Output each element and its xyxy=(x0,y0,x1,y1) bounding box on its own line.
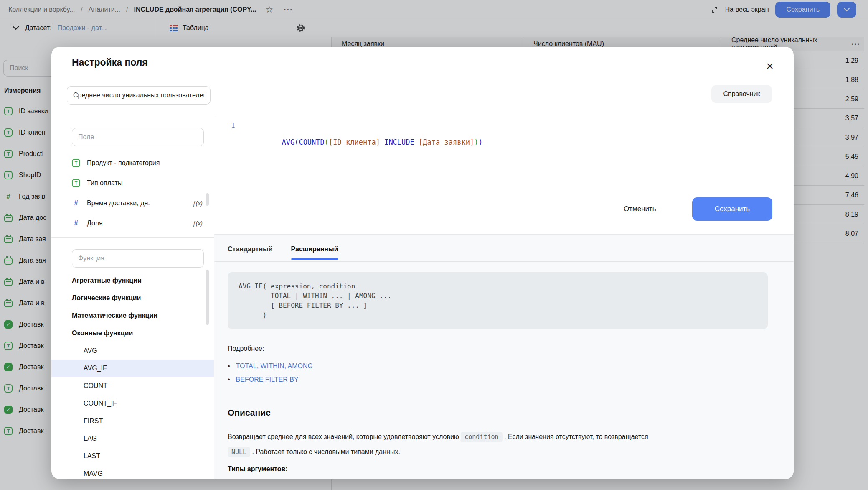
formula-token: COUNTD xyxy=(299,138,324,146)
field-settings-modal: Настройка поля × Справочник Продукт - по… xyxy=(51,47,794,479)
function-list-item[interactable]: AVG_IF xyxy=(51,360,214,377)
modal-field-item[interactable]: Тип оплаты ƒ(x) xyxy=(51,173,214,193)
formula-token: ( xyxy=(294,138,299,146)
function-list-item[interactable]: COUNT xyxy=(51,377,214,395)
modal-field-item[interactable]: Время доставки, дн. ƒ(x) xyxy=(51,193,214,213)
modal-field-search-input[interactable] xyxy=(72,128,204,146)
field-type-icon xyxy=(72,159,80,167)
function-list-item[interactable]: COUNT_IF xyxy=(51,395,214,412)
formula-token xyxy=(414,138,419,146)
functions-list: Агрегатные функцииЛогические функцииМате… xyxy=(51,272,214,479)
modal-field-item[interactable]: Доля ƒ(x) xyxy=(51,213,214,233)
function-list-item[interactable]: LAST xyxy=(51,447,214,465)
description-segment: . Если значения отсутствуют, то возвраща… xyxy=(503,433,648,440)
fields-scrollbar[interactable] xyxy=(206,193,209,206)
function-list-item[interactable]: MAVG xyxy=(51,465,214,479)
function-list-item[interactable]: FIRST xyxy=(51,412,214,430)
modal-save-button[interactable]: Сохранить xyxy=(692,197,772,221)
docs-link-item: TOTAL, WITHIN, AMONG xyxy=(228,362,313,370)
functions-scrollbar[interactable] xyxy=(206,270,209,325)
more-label: Подробнее: xyxy=(228,345,264,352)
function-list-item[interactable]: LAG xyxy=(51,430,214,447)
formula-token: ) xyxy=(474,138,478,146)
docs-tab[interactable]: Расширенный xyxy=(291,245,338,260)
argument-types-label: Типы аргументов: xyxy=(228,465,288,473)
description-text: Возвращает среднее для всех значений, ко… xyxy=(228,429,783,459)
field-label: Время доставки, дн. xyxy=(87,199,150,207)
description-segment: Возвращает среднее для всех значений, ко… xyxy=(228,433,461,440)
docs-link[interactable]: TOTAL, WITHIN, AMONG xyxy=(236,362,313,370)
function-list-item[interactable]: AVG xyxy=(51,342,214,360)
formula-token: ( xyxy=(325,138,329,146)
formula-icon: ƒ(x) xyxy=(193,200,203,207)
function-list-item[interactable]: Логические функции xyxy=(51,289,214,307)
field-type-icon xyxy=(72,199,80,207)
formula-token: INCLUDE xyxy=(384,138,414,146)
docs-tabs: СтандартныйРасширенный xyxy=(228,245,338,260)
modal-title: Настройка поля xyxy=(72,57,148,68)
field-label: Доля xyxy=(87,219,103,227)
formula-code: AVG(COUNTD([ID клиента] INCLUDE [Дата за… xyxy=(256,121,483,146)
description-segment: condition xyxy=(461,432,502,442)
app: Коллекции и воркбу... / Аналити... / INC… xyxy=(0,0,868,490)
formula-token: [Дата заявки] xyxy=(419,138,474,146)
modal-fields-list: Продукт - подкатегория ƒ(x) Тип оплаты ƒ… xyxy=(51,153,214,233)
reference-button[interactable]: Справочник xyxy=(711,85,772,103)
function-list-item[interactable]: Агрегатные функции xyxy=(51,272,214,289)
docs-links: TOTAL, WITHIN, AMONG BEFORE FILTER BY xyxy=(228,362,313,383)
formula-token xyxy=(380,138,384,146)
docs-link[interactable]: BEFORE FILTER BY xyxy=(236,376,299,383)
function-list-item[interactable]: Математические функции xyxy=(51,307,214,324)
docs-tab[interactable]: Стандартный xyxy=(228,245,273,260)
field-type-icon xyxy=(72,179,80,187)
close-icon[interactable]: × xyxy=(761,58,778,74)
function-signature: AVG_IF( expression, condition TOTAL | WI… xyxy=(228,272,768,329)
field-type-icon xyxy=(72,219,80,227)
field-label: Продукт - подкатегория xyxy=(87,159,160,167)
formula-token: ) xyxy=(478,138,482,146)
description-segment: . Работает только с числовыми типами дан… xyxy=(250,448,400,455)
line-number: 1 xyxy=(223,121,235,130)
function-list-item[interactable]: Оконные функции xyxy=(51,324,214,342)
tabs-divider xyxy=(214,261,794,262)
formula-token: [ID клиента] xyxy=(329,138,380,146)
description-title: Описание xyxy=(228,408,271,418)
description-segment: NULL xyxy=(228,447,250,457)
docs-link-item: BEFORE FILTER BY xyxy=(228,376,313,383)
formula-token: AVG xyxy=(282,138,294,146)
function-docs-panel: СтандартныйРасширенный AVG_IF( expressio… xyxy=(214,234,794,479)
panel-divider xyxy=(51,237,214,238)
formula-icon: ƒ(x) xyxy=(193,220,203,227)
cancel-button[interactable]: Отменить xyxy=(624,202,656,217)
field-label: Тип оплаты xyxy=(87,179,122,187)
modal-left-panel: Продукт - подкатегория ƒ(x) Тип оплаты ƒ… xyxy=(51,116,214,479)
function-search-input[interactable] xyxy=(72,249,204,268)
field-name-input[interactable] xyxy=(67,86,211,105)
modal-field-item[interactable]: Продукт - подкатегория ƒ(x) xyxy=(51,153,214,173)
